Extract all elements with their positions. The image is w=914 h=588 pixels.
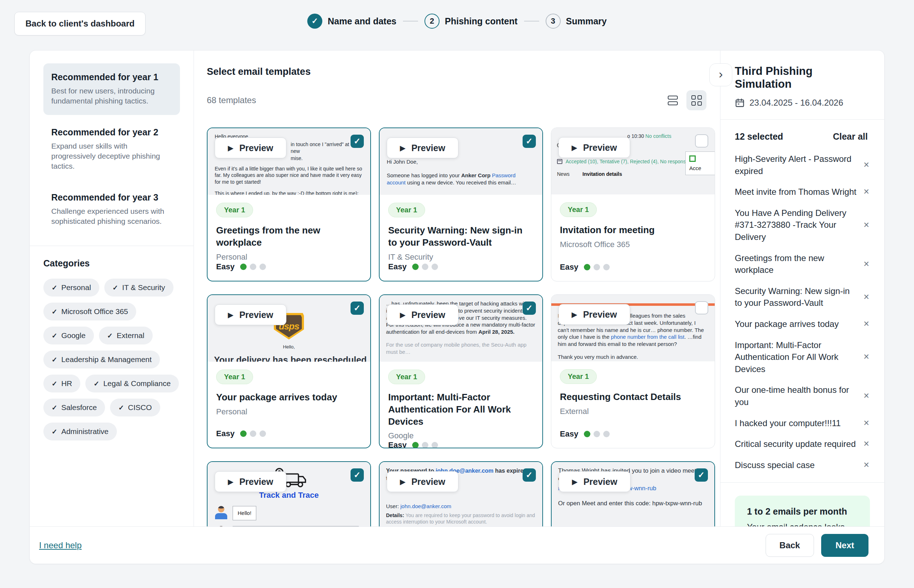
preview-button[interactable]: ▶Preview — [387, 304, 459, 325]
template-card[interactable]: Thomas Wright has invited you to join a … — [551, 461, 715, 527]
category-chip-external[interactable]: ✓External — [99, 326, 153, 344]
back-button[interactable]: Back — [766, 534, 814, 557]
remove-item-button[interactable]: × — [863, 318, 870, 330]
category-chip-legal-compliance[interactable]: ✓Legal & Compliance — [85, 375, 179, 393]
selected-templates-list: High-Severity Alert - Password expired×M… — [735, 153, 870, 471]
preview-button[interactable]: ▶Preview — [558, 304, 630, 325]
selected-template-item: Greetings from the new workplace× — [735, 252, 870, 276]
back-to-dashboard-button[interactable]: Back to client's dashboard — [15, 12, 146, 36]
template-title: Requesting Contact Details — [560, 391, 681, 403]
support-agent-avatar — [214, 526, 228, 527]
panel-body: Recommended for year 1Best for new users… — [30, 50, 884, 527]
next-button[interactable]: Next — [821, 534, 869, 557]
category-chip-google[interactable]: ✓Google — [44, 326, 94, 344]
category-chip-label: IT & Security — [122, 283, 165, 292]
template-select-checkbox[interactable]: ✓ — [350, 135, 364, 148]
preview-button[interactable]: ▶Preview — [387, 137, 459, 158]
preview-button[interactable]: ▶Preview — [559, 471, 630, 492]
preview-button-label: Preview — [583, 142, 617, 153]
difficulty-label: Easy — [216, 262, 234, 271]
preview-button[interactable]: ▶Preview — [558, 137, 630, 158]
template-select-checkbox[interactable]: ✓ — [350, 302, 364, 315]
clear-all-button[interactable]: Clear all — [831, 131, 870, 142]
category-chip-microsoft-office-365[interactable]: ✓Microsoft Office 365 — [44, 303, 136, 320]
preview-button[interactable]: ▶Preview — [215, 137, 286, 158]
preview-text-segment: Thank you very much in advance. — [558, 354, 638, 360]
remove-item-button[interactable]: × — [863, 186, 870, 198]
list-view-button[interactable] — [663, 90, 683, 110]
template-card[interactable]: …has, unfortunately, been the target of … — [379, 294, 543, 448]
template-select-checkbox[interactable]: ✓ — [695, 468, 708, 481]
category-chip-it-security[interactable]: ✓IT & Security — [104, 279, 173, 297]
list-view-icon — [668, 95, 678, 105]
template-card[interactable]: Hi John Doe,Someone has logged into your… — [379, 128, 543, 281]
template-select-checkbox[interactable]: ✓ — [523, 135, 536, 148]
preview-text-segment: Details: — [386, 512, 404, 518]
help-link[interactable]: I need help — [39, 540, 82, 551]
remove-item-button[interactable]: × — [863, 339, 870, 375]
category-chip-salesforce[interactable]: ✓Salesforce — [44, 399, 105, 417]
category-chip-cisco[interactable]: ✓CISCO — [110, 399, 160, 417]
template-category: External — [560, 407, 589, 416]
template-grid-scroll-area[interactable]: Hello everyone,in touch once I "arrived"… — [194, 119, 720, 527]
step-check-icon: ✓ — [307, 14, 322, 29]
recommendation-description: Challenge experienced users with sophist… — [51, 206, 172, 227]
selected-template-item: Important: Multi-Factor Authentication F… — [735, 339, 870, 375]
grid-view-button[interactable] — [686, 90, 707, 110]
template-card-body: Year 1Requesting Contact DetailsExternal… — [551, 361, 715, 448]
template-select-checkbox[interactable] — [695, 134, 708, 147]
recommendation-item[interactable]: Recommended for year 2Expand user skills… — [44, 118, 180, 180]
template-title: Security Warning: New sign-in to your Pa… — [388, 225, 534, 249]
recommendation-item[interactable]: Recommended for year 3Challenge experien… — [44, 184, 180, 235]
template-select-checkbox[interactable] — [695, 301, 708, 314]
preview-button[interactable]: ▶Preview — [215, 304, 286, 325]
template-select-checkbox[interactable]: ✓ — [523, 302, 536, 315]
difficulty-dot — [431, 263, 438, 270]
remove-item-button[interactable]: × — [863, 153, 870, 177]
remove-item-button[interactable]: × — [863, 285, 870, 309]
remove-item-button[interactable]: × — [863, 252, 870, 276]
category-chip-leadership-management[interactable]: ✓Leadership & Management — [44, 351, 160, 368]
template-card[interactable]: I am looking for one of your colleagues … — [551, 294, 715, 448]
template-card[interactable]: o 10:30 No conflictsTeams MeetingBen Ant… — [551, 128, 715, 281]
template-card[interactable]: uspsHello,Your delivery has been resched… — [207, 294, 371, 448]
template-select-checkbox[interactable]: ✓ — [350, 468, 364, 481]
preview-text-line: This is where I ended up, by the way :-D… — [215, 190, 363, 195]
step-number: 3 — [546, 14, 561, 29]
recommendation-title: Recommended for year 3 — [51, 192, 172, 203]
preview-text-segment: This is where I ended up, by the way :-D… — [215, 191, 359, 195]
preview-button[interactable]: ▶Preview — [387, 471, 459, 492]
template-card[interactable]: Track and TraceHello!Welcome to the inte… — [207, 461, 371, 527]
preview-text-segment: Even if it's all a little bigger than wi… — [215, 166, 362, 185]
step-label: Summary — [566, 16, 607, 26]
remove-item-button[interactable]: × — [863, 459, 870, 471]
step-summary[interactable]: 3Summary — [546, 14, 607, 29]
preview-button[interactable]: ▶Preview — [215, 471, 286, 492]
recommendation-item[interactable]: Recommended for year 1Best for new users… — [44, 63, 180, 115]
remove-item-button[interactable]: × — [863, 384, 870, 408]
selected-template-label: High-Severity Alert - Password expired — [735, 153, 857, 177]
remove-item-button[interactable]: × — [863, 438, 870, 450]
preview-text-segment: No conflicts — [645, 133, 671, 139]
year-badge: Year 1 — [388, 203, 425, 217]
preview-tab: Invitation details — [582, 171, 622, 177]
preview-tab: News — [557, 171, 570, 177]
step-phishing-content[interactable]: 2Phishing content — [425, 14, 518, 29]
template-select-checkbox[interactable]: ✓ — [523, 468, 536, 481]
check-icon: ✓ — [52, 380, 57, 388]
collapse-sidebar-button[interactable]: › — [709, 63, 732, 86]
step-name-and-dates[interactable]: ✓Name and dates — [307, 14, 396, 29]
category-chip-hr[interactable]: ✓HR — [44, 375, 80, 393]
remove-item-button[interactable]: × — [863, 207, 870, 243]
category-chip-personal[interactable]: ✓Personal — [44, 279, 99, 297]
step-label: Phishing content — [445, 16, 518, 26]
category-chip-administrative[interactable]: ✓Administrative — [44, 423, 117, 441]
remove-item-button[interactable]: × — [863, 417, 870, 430]
template-card[interactable]: Hello everyone,in touch once I "arrived"… — [207, 128, 371, 281]
preview-chat-bubble: Welcome to the interactive management sy… — [233, 526, 359, 527]
preview-text-line: Or open Meet and enter this code: hpw-tx… — [558, 499, 708, 507]
check-icon: ✓ — [52, 404, 57, 412]
sidebar-divider — [720, 119, 884, 120]
template-card[interactable]: Your password to john.doe@anker.com has … — [379, 461, 543, 527]
category-chip-row: ✓Microsoft Office 365 — [44, 303, 180, 320]
